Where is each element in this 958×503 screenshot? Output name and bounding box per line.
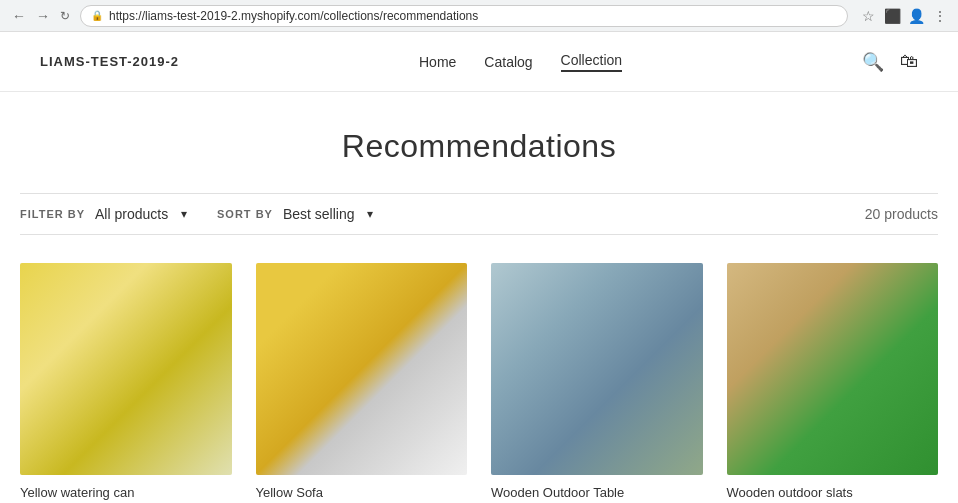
site-header: LIAMS-TEST-2019-2 Home Catalog Collectio…: [0, 32, 958, 92]
product-image-wrapper: [491, 263, 703, 475]
back-button[interactable]: ←: [8, 6, 30, 26]
product-name: Yellow Sofa: [256, 485, 468, 500]
nav-home[interactable]: Home: [419, 54, 456, 70]
filter-group: FILTER BY All products SORT BY Best sell…: [20, 206, 373, 222]
page-title: Recommendations: [20, 128, 938, 165]
product-image-wooden-outdoor-table: [491, 263, 703, 475]
header-icons: 🔍 🛍: [862, 51, 918, 73]
extensions-icon[interactable]: ⬛: [882, 6, 902, 26]
product-name: Yellow watering can: [20, 485, 232, 500]
browser-chrome: ← → ↻ 🔒 https://liams-test-2019-2.myshop…: [0, 0, 958, 32]
product-name: Wooden Outdoor Table: [491, 485, 703, 500]
product-grid: Yellow watering can£50.00£40.99SaleYello…: [20, 263, 938, 503]
product-card[interactable]: Wooden outdoor slats£35.00£25.99Sale: [727, 263, 939, 503]
nav-collection[interactable]: Collection: [561, 52, 622, 72]
product-card[interactable]: Yellow Sofa£150.00£99.99Sale: [256, 263, 468, 503]
url-text: https://liams-test-2019-2.myshopify.com/…: [109, 9, 478, 23]
star-icon[interactable]: ☆: [858, 6, 878, 26]
product-name: Wooden outdoor slats: [727, 485, 939, 500]
filter-select-wrapper[interactable]: All products: [95, 206, 187, 222]
page-content: Recommendations FILTER BY All products S…: [0, 128, 958, 503]
nav-catalog[interactable]: Catalog: [484, 54, 532, 70]
reload-button[interactable]: ↻: [56, 6, 74, 26]
product-image-wrapper: [727, 263, 939, 475]
filter-select[interactable]: All products: [95, 206, 187, 222]
product-image-wrapper: [256, 263, 468, 475]
forward-button[interactable]: →: [32, 6, 54, 26]
site-logo[interactable]: LIAMS-TEST-2019-2: [40, 54, 179, 69]
cart-icon[interactable]: 🛍: [900, 51, 918, 72]
products-count: 20 products: [865, 206, 938, 222]
sort-select-wrapper[interactable]: Best selling: [283, 206, 373, 222]
lock-icon: 🔒: [91, 10, 103, 21]
filter-by-label: FILTER BY: [20, 208, 85, 220]
filter-bar: FILTER BY All products SORT BY Best sell…: [20, 193, 938, 235]
product-image-yellow-watering-can: [20, 263, 232, 475]
sort-by-label: SORT BY: [217, 208, 273, 220]
product-card[interactable]: Wooden Outdoor Table£99.99: [491, 263, 703, 503]
address-bar[interactable]: 🔒 https://liams-test-2019-2.myshopify.co…: [80, 5, 848, 27]
product-image-wrapper: [20, 263, 232, 475]
sort-select[interactable]: Best selling: [283, 206, 373, 222]
product-image-wooden-outdoor-slats: [727, 263, 939, 475]
site-nav: Home Catalog Collection: [419, 52, 622, 72]
product-image-yellow-sofa: [256, 263, 468, 475]
menu-icon[interactable]: ⋮: [930, 6, 950, 26]
profile-icon[interactable]: 👤: [906, 6, 926, 26]
product-card[interactable]: Yellow watering can£50.00£40.99Sale: [20, 263, 232, 503]
browser-toolbar-icons: ☆ ⬛ 👤 ⋮: [858, 6, 950, 26]
browser-nav-arrows[interactable]: ← → ↻: [8, 6, 74, 26]
search-icon[interactable]: 🔍: [862, 51, 884, 73]
